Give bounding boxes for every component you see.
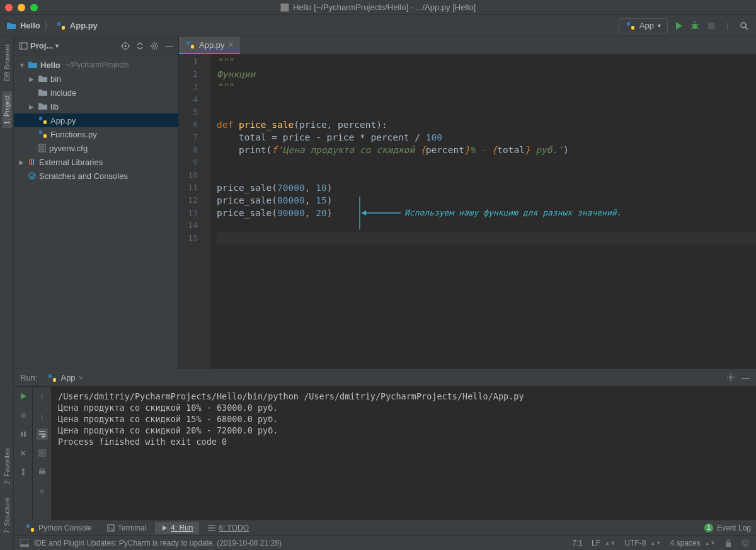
- exit-icon[interactable]: ✕: [18, 447, 29, 459]
- close-tab-icon[interactable]: ×: [228, 40, 233, 50]
- annotation-callout: Используем нашу функцию для разных значе…: [357, 194, 621, 232]
- run-output[interactable]: /Users/dmitriy/PycharmProjects/Hello/bin…: [52, 387, 756, 520]
- status-icon[interactable]: [20, 539, 29, 547]
- run-button[interactable]: [673, 20, 684, 32]
- window-controls: [5, 4, 38, 11]
- run-tab-app[interactable]: App ×: [43, 372, 87, 384]
- chevron-down-icon[interactable]: ▾: [55, 42, 59, 49]
- breadcrumb-root[interactable]: Hello: [20, 21, 40, 30]
- tree-node-lib[interactable]: ▶ lib: [14, 100, 178, 113]
- print-icon[interactable]: [37, 466, 48, 478]
- tool-tab-structure[interactable]: 7: Structure: [2, 494, 12, 537]
- tree-node-pyvenv-cfg[interactable]: pyvenv.cfg: [14, 141, 178, 155]
- soft-wrap-icon[interactable]: [37, 428, 48, 440]
- python-icon: [626, 21, 636, 31]
- tab-terminal[interactable]: Terminal: [101, 522, 152, 534]
- list-icon: [208, 525, 215, 531]
- target-icon[interactable]: [121, 42, 130, 50]
- tree-root[interactable]: ▼ Hello ~/PycharmProjects: [14, 58, 178, 72]
- svg-rect-43: [191, 45, 194, 49]
- disclosure-closed-icon[interactable]: ▶: [29, 103, 35, 110]
- stop-button[interactable]: [706, 20, 717, 32]
- terminal-icon: [107, 524, 115, 532]
- down-icon[interactable]: ↓: [37, 410, 48, 421]
- stop-icon[interactable]: [18, 410, 29, 421]
- close-tab-icon[interactable]: ×: [79, 373, 84, 382]
- maximize-window-button[interactable]: [30, 4, 38, 11]
- svg-point-72: [743, 542, 745, 543]
- lock-icon[interactable]: [724, 539, 732, 547]
- gear-icon[interactable]: [726, 373, 735, 382]
- editor-tab-label: App.py: [199, 40, 224, 50]
- project-icon: [19, 42, 28, 50]
- play-icon: [161, 525, 168, 531]
- svg-rect-63: [31, 528, 34, 532]
- tree-root-path: ~/PycharmProjects: [66, 60, 129, 69]
- chevron-down-icon: ▾: [658, 22, 661, 29]
- tree-node-functions-py[interactable]: Functions.py: [14, 127, 178, 141]
- fold-gutter[interactable]: [203, 54, 212, 369]
- disclosure-closed-icon[interactable]: ▶: [19, 159, 25, 166]
- pause-icon[interactable]: [18, 428, 29, 440]
- tree-node-scratches[interactable]: Scratches and Consoles: [14, 169, 178, 183]
- libraries-icon: [28, 158, 37, 166]
- tree-node-external-libraries[interactable]: ▶ External Libraries: [14, 155, 178, 169]
- status-cursor-pos[interactable]: 7:1: [572, 539, 583, 547]
- pin-icon[interactable]: [18, 466, 29, 478]
- svg-line-28: [152, 47, 153, 49]
- tool-tab-project[interactable]: 1: Project: [2, 91, 12, 128]
- svg-rect-13: [20, 43, 27, 49]
- search-button[interactable]: [738, 20, 750, 32]
- tree-node-app-py[interactable]: App.py: [14, 113, 178, 127]
- close-window-button[interactable]: [5, 4, 13, 11]
- debug-button[interactable]: [689, 20, 701, 32]
- editor-tab-app-py[interactable]: App.py ×: [179, 37, 240, 54]
- tree-node-include[interactable]: include: [14, 86, 178, 100]
- svg-rect-32: [39, 130, 42, 134]
- svg-rect-60: [40, 469, 44, 471]
- hide-panel-icon[interactable]: —: [165, 41, 173, 50]
- tool-tab-db-browser[interactable]: DB Browser: [2, 40, 12, 85]
- breadcrumb[interactable]: Hello 〉 App.py: [6, 20, 98, 32]
- svg-rect-33: [43, 134, 47, 138]
- status-indent[interactable]: 4 spaces ▲▼: [670, 539, 716, 547]
- status-line-sep[interactable]: LF ▲▼: [592, 539, 616, 547]
- minimize-window-button[interactable]: [18, 4, 25, 11]
- breadcrumb-file[interactable]: App.py: [70, 21, 98, 30]
- python-file-icon: [56, 21, 66, 31]
- svg-line-6: [691, 24, 693, 25]
- svg-rect-38: [29, 159, 30, 165]
- disclosure-open-icon[interactable]: ▼: [19, 62, 25, 69]
- svg-rect-39: [31, 159, 32, 165]
- line-numbers: 1 2 3 4 5 6 7 8 9 10 11 12 13 14: [179, 54, 203, 369]
- scroll-to-end-icon[interactable]: [37, 447, 48, 459]
- tab-run[interactable]: 4: Run: [155, 522, 199, 534]
- svg-rect-54: [24, 432, 26, 437]
- svg-rect-69: [20, 544, 29, 547]
- scratches-icon: [28, 171, 37, 180]
- editor-body[interactable]: 1 2 3 4 5 6 7 8 9 10 11 12 13 14: [179, 54, 756, 369]
- code-area[interactable]: """ Функции """ def price_sale(price, pe…: [212, 54, 756, 369]
- event-log-button[interactable]: 1 Event Log: [704, 524, 751, 532]
- disclosure-closed-icon[interactable]: ▶: [29, 76, 35, 83]
- run-config-selector[interactable]: App ▾: [619, 18, 668, 33]
- gear-icon[interactable]: [150, 42, 159, 50]
- tab-todo[interactable]: 6: TODO: [202, 522, 255, 534]
- up-icon[interactable]: ↑: [37, 391, 48, 402]
- more-icon[interactable]: »: [37, 485, 48, 496]
- expand-all-icon[interactable]: [136, 42, 144, 50]
- tab-python-console[interactable]: Python Console: [19, 522, 98, 534]
- svg-point-16: [125, 45, 127, 47]
- titlebar: Hello [~/PycharmProjects/Hello] - .../Ap…: [0, 0, 756, 15]
- tree-node-bin[interactable]: ▶ bin: [14, 72, 178, 86]
- folder-icon: [38, 74, 48, 84]
- project-tree[interactable]: ▼ Hello ~/PycharmProjects ▶ bin include: [14, 55, 178, 369]
- inspector-icon[interactable]: [741, 539, 750, 547]
- folder-icon: [6, 21, 16, 31]
- rerun-icon[interactable]: [18, 391, 29, 402]
- hide-panel-icon[interactable]: —: [742, 373, 750, 382]
- svg-rect-62: [26, 524, 30, 528]
- project-panel-header: Proj... ▾ —: [14, 37, 178, 55]
- status-encoding[interactable]: UTF-8 ▲▼: [624, 539, 661, 547]
- tool-tab-favorites[interactable]: 2: Favorites: [2, 444, 12, 488]
